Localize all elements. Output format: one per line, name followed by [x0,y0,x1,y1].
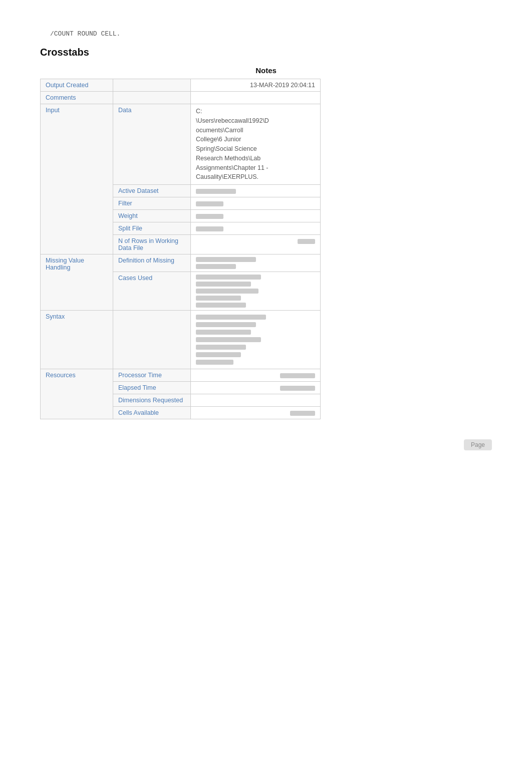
section-title: Crosstabs [40,47,492,58]
label-output-created: Output Created [41,79,113,92]
blurred-value [196,226,223,231]
label-resources: Resources [41,369,113,419]
sub-definition-missing: Definition of Missing [113,254,191,272]
blurred-value [196,214,223,219]
value-syntax [191,311,321,369]
value-dimensions-requested [191,394,321,407]
value-elapsed-time [191,382,321,394]
blurred-value [298,239,315,244]
label-missing: Missing Value Handling [41,254,113,311]
value-cases-used [191,272,321,311]
blurred-value [196,303,246,308]
blurred-value [196,330,251,335]
sub-filter: Filter [113,197,191,210]
blurred-value [280,386,315,391]
blurred-value [196,337,261,342]
sub-elapsed-time: Elapsed Time [113,382,191,394]
sub-active-dataset: Active Dataset [113,185,191,197]
sub-comments [113,92,191,104]
table-row: Output Created 13-MAR-2019 20:04:11 [41,79,321,92]
blurred-value [196,296,241,301]
value-processor-time [191,369,321,382]
value-n-rows [191,235,321,254]
notes-title: Notes [40,66,492,75]
table-row: Resources Processor Time [41,369,321,382]
table-row: Missing Value Handling Definition of Mis… [41,254,321,272]
footer-badge: Page [464,439,492,450]
blurred-value [196,345,246,350]
blurred-value [196,189,236,194]
table-row: Syntax [41,311,321,369]
sub-weight: Weight [113,210,191,222]
sub-cells-available: Cells Available [113,407,191,419]
blurred-value [196,201,223,206]
value-split-file [191,222,321,235]
value-cells-available [191,407,321,419]
sub-data: Data [113,104,191,185]
sub-processor-time: Processor Time [113,369,191,382]
value-data-path: C:\Users\rebeccawall1992\Documents\Carro… [191,104,321,185]
sub-cases-used: Cases Used [113,272,191,311]
sub-dimensions-requested: Dimensions Requested [113,394,191,407]
blurred-value [196,275,261,280]
table-row: Comments [41,92,321,104]
table-row: Input Data C:\Users\rebeccawall1992\Docu… [41,104,321,185]
label-comments: Comments [41,92,113,104]
sub-split-file: Split File [113,222,191,235]
label-syntax: Syntax [41,311,113,369]
blurred-value [196,360,233,365]
code-line: /COUNT ROUND CELL. [40,30,492,38]
value-filter [191,197,321,210]
value-definition-missing [191,254,321,272]
notes-section: Notes Output Created 13-MAR-2019 20:04:1… [40,66,492,419]
sub-n-rows: N of Rows in Working Data File [113,235,191,254]
sub-output-created [113,79,191,92]
value-active-dataset [191,185,321,197]
blurred-value [196,315,266,320]
value-comments [191,92,321,104]
blurred-value [196,257,256,262]
blurred-value [196,322,256,327]
blurred-value [290,411,315,416]
label-input: Input [41,104,113,254]
blurred-value [196,264,236,269]
footer-area: Page [40,439,492,450]
blurred-value [196,282,251,287]
value-output-created: 13-MAR-2019 20:04:11 [191,79,321,92]
blurred-value [280,373,315,378]
blurred-value [196,352,241,357]
value-weight [191,210,321,222]
blurred-value [196,289,258,294]
notes-table: Output Created 13-MAR-2019 20:04:11 Comm… [40,79,321,419]
sub-syntax [113,311,191,369]
